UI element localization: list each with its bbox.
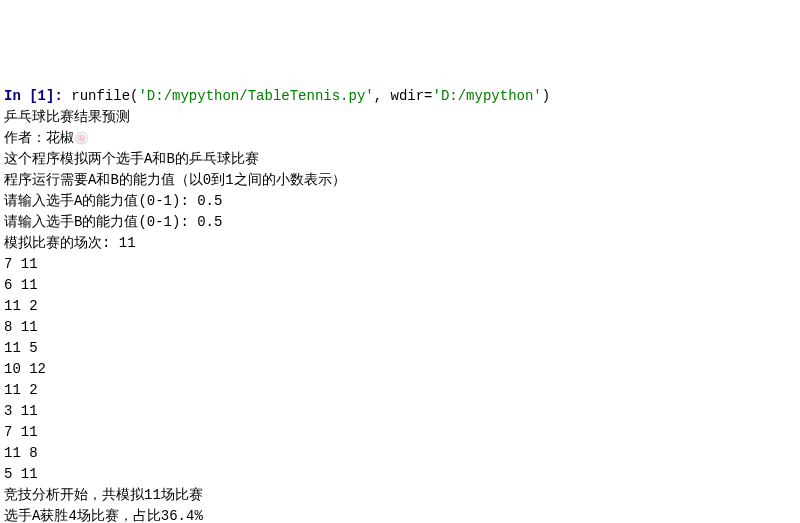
output-author: 作者：花椒🍥: [4, 128, 796, 149]
output-desc1: 这个程序模拟两个选手A和B的乒乓球比赛: [4, 149, 796, 170]
input-prompt-line: In [1]: runfile('D:/mypython/TableTennis…: [4, 86, 796, 107]
analysis-a: 选手A获胜4场比赛，占比36.4%: [4, 506, 796, 523]
author-icon: 🍥: [74, 132, 89, 146]
score-line: 5 11: [4, 464, 796, 485]
output-title: 乒乓球比赛结果预测: [4, 107, 796, 128]
command-text: runfile('D:/mypython/TableTennis.py', wd…: [71, 88, 550, 104]
score-line: 8 11: [4, 317, 796, 338]
string-arg-1: 'D:/mypython/TableTennis.py': [138, 88, 373, 104]
score-line: 11 5: [4, 338, 796, 359]
score-line: 3 11: [4, 401, 796, 422]
input-prompt-b: 请输入选手B的能力值(0-1): 0.5: [4, 212, 796, 233]
score-line: 7 11: [4, 422, 796, 443]
output-desc2: 程序运行需要A和B的能力值（以0到1之间的小数表示）: [4, 170, 796, 191]
score-line: 11 2: [4, 296, 796, 317]
score-line: 10 12: [4, 359, 796, 380]
score-line: 6 11: [4, 275, 796, 296]
score-line: 11 2: [4, 380, 796, 401]
score-line: 11 8: [4, 443, 796, 464]
input-prompt-a: 请输入选手A的能力值(0-1): 0.5: [4, 191, 796, 212]
string-arg-2: 'D:/mypython': [433, 88, 542, 104]
games-count: 模拟比赛的场次: 11: [4, 233, 796, 254]
score-line: 7 11: [4, 254, 796, 275]
analysis-start: 竞技分析开始，共模拟11场比赛: [4, 485, 796, 506]
prompt-in-label: In [1]:: [4, 88, 71, 104]
